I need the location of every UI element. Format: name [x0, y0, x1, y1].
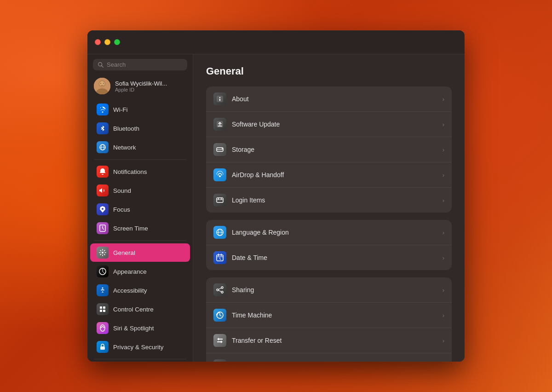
- sidebar-item-screentime[interactable]: Screen Time: [90, 219, 190, 237]
- svg-point-47: [217, 289, 218, 291]
- user-profile[interactable]: Sofia Wyciślik-Wil... Apple ID: [87, 74, 193, 98]
- chevron-airdrop: ›: [443, 172, 444, 179]
- svg-rect-18: [103, 310, 105, 312]
- svg-point-34: [219, 175, 221, 177]
- svg-rect-15: [100, 306, 102, 309]
- settings-row-softwareupdate[interactable]: Software Update ›: [206, 112, 452, 137]
- about-row-icon: [213, 92, 226, 105]
- chevron-language: ›: [443, 229, 444, 236]
- settings-row-airdrop[interactable]: AirDrop & Handoff ›: [206, 162, 452, 188]
- settings-group-2: Language & Region › Date & Time: [206, 220, 452, 270]
- settings-row-about[interactable]: About ›: [206, 86, 452, 112]
- sidebar-item-label-appearance: Appearance: [113, 268, 147, 275]
- sidebar-item-label-bluetooth: Bluetooth: [113, 125, 139, 132]
- sound-icon: [97, 184, 109, 196]
- window-body: Sofia Wyciślik-Wil... Apple ID Wi-Fi: [87, 54, 465, 362]
- accessibility-icon: [97, 284, 109, 296]
- sidebar-group-general: General Appearance: [87, 243, 193, 356]
- svg-rect-28: [219, 99, 220, 101]
- settings-row-login[interactable]: Login Items ›: [206, 188, 452, 213]
- settings-row-label-datetime: Date & Time: [232, 254, 437, 261]
- close-button[interactable]: [95, 39, 101, 45]
- startup-row-icon: [213, 359, 226, 362]
- settings-row-datetime[interactable]: Date & Time ›: [206, 245, 452, 270]
- settings-row-transfer[interactable]: Transfer or Reset ›: [206, 328, 452, 353]
- sidebar-item-label-notifications: Notifications: [113, 168, 147, 175]
- svg-rect-20: [100, 346, 105, 350]
- settings-row-label-timemachine: Time Machine: [232, 311, 437, 319]
- sidebar-item-network[interactable]: Network: [90, 138, 190, 156]
- settings-row-label-login: Login Items: [232, 196, 437, 204]
- sidebar-group-network: Wi-Fi Bluetooth: [87, 100, 193, 156]
- chevron-sharing: ›: [443, 287, 444, 294]
- maximize-button[interactable]: [114, 39, 120, 45]
- svg-line-1: [102, 65, 104, 67]
- sidebar-item-privacy[interactable]: Privacy & Security: [90, 338, 190, 356]
- system-settings-window: Sofia Wyciślik-Wil... Apple ID Wi-Fi: [87, 30, 465, 362]
- softwareupdate-row-icon: [213, 118, 226, 131]
- svg-rect-35: [217, 198, 223, 202]
- sidebar-item-label-general: General: [113, 249, 135, 256]
- focus-icon: [97, 203, 109, 215]
- search-bar[interactable]: [93, 59, 187, 70]
- sidebar-item-siri[interactable]: Siri & Spotlight: [90, 319, 190, 337]
- svg-point-27: [219, 97, 220, 98]
- datetime-row-icon: [213, 251, 226, 264]
- airdrop-row-icon: [213, 168, 226, 181]
- sharing-row-icon: [213, 283, 226, 296]
- sidebar-scroll: Wi-Fi Bluetooth: [87, 100, 193, 362]
- language-row-icon: [213, 226, 226, 239]
- svg-line-49: [218, 288, 221, 289]
- sidebar-item-notifications[interactable]: Notifications: [90, 162, 190, 181]
- divider-2: [94, 240, 186, 241]
- svg-point-46: [221, 287, 223, 288]
- sidebar-item-focus[interactable]: Focus: [90, 200, 190, 219]
- sidebar-item-label-accessibility: Accessibility: [113, 287, 147, 294]
- main-content: General About ›: [193, 54, 465, 362]
- sidebar-item-label-focus: Focus: [113, 206, 130, 213]
- network-icon: [97, 141, 109, 153]
- minimize-button[interactable]: [104, 39, 110, 45]
- storage-row-icon: [213, 143, 226, 156]
- settings-row-label-about: About: [232, 95, 437, 103]
- wifi-icon: [97, 104, 109, 115]
- avatar: [94, 78, 110, 94]
- controlcentre-icon: [97, 303, 109, 315]
- settings-row-language[interactable]: Language & Region ›: [206, 220, 452, 245]
- settings-row-sharing[interactable]: Sharing ›: [206, 277, 452, 303]
- sidebar-item-controlcentre[interactable]: Control Centre: [90, 300, 190, 318]
- svg-rect-17: [100, 310, 102, 312]
- settings-row-label-storage: Storage: [232, 146, 437, 153]
- sidebar-item-label-controlcentre: Control Centre: [113, 306, 154, 313]
- general-icon: [97, 247, 109, 259]
- login-row-icon: [213, 194, 226, 207]
- user-name: Sofia Wyciślik-Wil...: [115, 80, 167, 87]
- sidebar-item-sound[interactable]: Sound: [90, 181, 190, 200]
- privacy-icon: [97, 341, 109, 353]
- siri-icon: [97, 322, 109, 334]
- settings-row-storage[interactable]: Storage ›: [206, 137, 452, 162]
- sidebar: Sofia Wyciślik-Wil... Apple ID Wi-Fi: [87, 54, 193, 362]
- chevron-timemachine: ›: [443, 312, 444, 319]
- settings-row-timemachine[interactable]: Time Machine ›: [206, 303, 452, 328]
- sidebar-item-bluetooth[interactable]: Bluetooth: [90, 119, 190, 138]
- sidebar-item-appearance[interactable]: Appearance: [90, 262, 190, 281]
- svg-point-6: [100, 83, 101, 84]
- notifications-icon: [97, 166, 109, 178]
- sidebar-item-wifi[interactable]: Wi-Fi: [90, 100, 190, 119]
- svg-line-50: [218, 290, 221, 292]
- settings-row-label-language: Language & Region: [232, 229, 437, 236]
- page-title: General: [206, 65, 452, 77]
- timemachine-row-icon: [213, 309, 226, 322]
- svg-point-48: [221, 291, 223, 293]
- sidebar-item-accessibility[interactable]: Accessibility: [90, 281, 190, 300]
- sidebar-item-label-sound: Sound: [113, 187, 131, 194]
- appearance-icon: [97, 265, 109, 277]
- sidebar-group-notifications: Notifications Sound: [87, 162, 193, 237]
- screentime-icon: [97, 222, 109, 234]
- chevron-storage: ›: [443, 146, 444, 153]
- search-input[interactable]: [107, 61, 183, 68]
- settings-row-startup[interactable]: Startup Disk ›: [206, 353, 452, 362]
- sidebar-item-general[interactable]: General: [90, 243, 190, 262]
- divider-3: [94, 359, 186, 359]
